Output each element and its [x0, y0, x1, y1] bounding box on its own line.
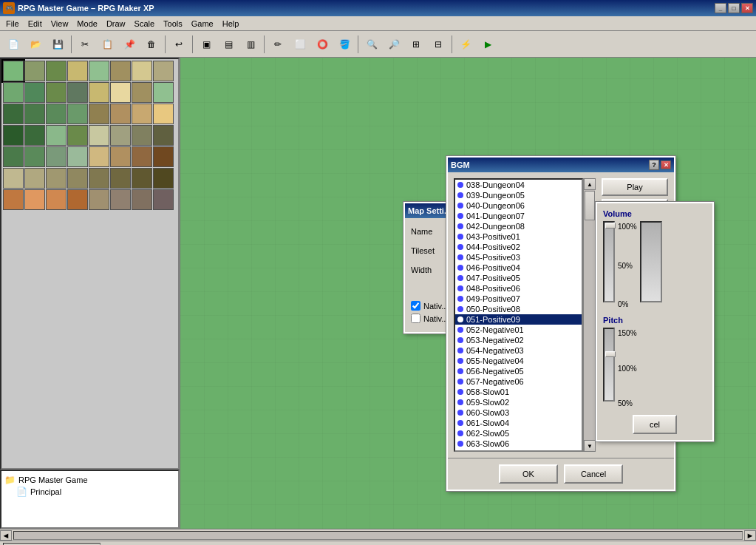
tile-cell[interactable]: [110, 61, 131, 81]
list-item[interactable]: 054-Negative03: [455, 345, 582, 356]
list-item[interactable]: 042-Dungeon08: [455, 221, 582, 231]
bgm-help-button[interactable]: ?: [649, 160, 659, 170]
pitch-slider-thumb[interactable]: [605, 351, 616, 357]
tile-cell[interactable]: [89, 125, 109, 146]
tile-cell[interactable]: [89, 82, 109, 103]
list-item[interactable]: 057-Negative06: [455, 376, 582, 387]
tile-cell[interactable]: [67, 61, 88, 81]
tile-cell[interactable]: [46, 82, 67, 103]
tile-cell[interactable]: [46, 189, 67, 210]
tile-cell[interactable]: [89, 189, 109, 210]
tile-cell[interactable]: [110, 189, 131, 210]
menu-game[interactable]: Game: [187, 18, 218, 30]
tile-cell[interactable]: [89, 104, 109, 124]
tile-cell[interactable]: [132, 61, 152, 81]
pitch-slider-track[interactable]: [603, 328, 615, 402]
rect-button[interactable]: ⬜: [290, 34, 310, 55]
bgm-listbox[interactable]: 038-Dungeon04 039-Dungeon05 040-Dungeon0…: [454, 178, 583, 452]
list-item[interactable]: 043-Positive01: [455, 231, 582, 242]
volume-slider-thumb[interactable]: [605, 223, 616, 229]
tile-cell[interactable]: [3, 82, 24, 103]
volume-slider-track[interactable]: [603, 221, 615, 302]
tile-cell[interactable]: [110, 104, 131, 124]
tile-cell[interactable]: [132, 168, 152, 189]
list-item[interactable]: 039-Dungeon05: [455, 190, 582, 200]
scroll-right-button[interactable]: ►: [744, 530, 756, 541]
tile-cell[interactable]: [153, 61, 174, 81]
list-item[interactable]: 046-Positive04: [455, 263, 582, 273]
list-item[interactable]: 060-Slow03: [455, 407, 582, 418]
list-item[interactable]: 056-Negative05: [455, 366, 582, 376]
tile-cell[interactable]: [89, 146, 109, 167]
scroll-up-button[interactable]: ▲: [584, 178, 596, 190]
scroll-thumb[interactable]: [585, 191, 595, 220]
ok-button[interactable]: OK: [499, 464, 558, 484]
tile-cell[interactable]: [67, 146, 88, 167]
list-item[interactable]: 064-Slow07: [455, 449, 582, 452]
list-item[interactable]: 063-Slow06: [455, 439, 582, 449]
scroll-track[interactable]: [584, 190, 595, 440]
event-button[interactable]: ⚡: [455, 34, 476, 55]
zoom-out-button[interactable]: 🔎: [384, 34, 404, 55]
tile-cell[interactable]: [153, 104, 174, 124]
tree-item-root[interactable]: 📁 RPG Master Game: [4, 474, 175, 486]
tile-cell[interactable]: [3, 125, 24, 146]
new-button[interactable]: 📄: [3, 34, 24, 55]
tile-cell[interactable]: [46, 146, 67, 167]
menu-scale[interactable]: Scale: [130, 18, 160, 30]
native-checkbox-2[interactable]: [411, 314, 420, 323]
close-button[interactable]: ✕: [741, 3, 753, 13]
tile-cell[interactable]: [153, 125, 174, 146]
cancel-button[interactable]: Cancel: [564, 464, 623, 484]
tile-cell[interactable]: [24, 61, 45, 81]
scroll-left-button[interactable]: ◄: [0, 530, 12, 541]
tile-cell[interactable]: [132, 146, 152, 167]
tile-cell[interactable]: [3, 189, 24, 210]
horizontal-scrollbar[interactable]: [13, 531, 743, 540]
menu-edit[interactable]: Edit: [24, 18, 47, 30]
volume-cancel-button[interactable]: cel: [633, 415, 677, 434]
zoom-in-button[interactable]: 🔍: [361, 34, 382, 55]
menu-view[interactable]: View: [47, 18, 73, 30]
list-item[interactable]: 058-Slow01: [455, 387, 582, 397]
list-item[interactable]: 059-Slow02: [455, 397, 582, 407]
menu-tools[interactable]: Tools: [159, 18, 187, 30]
save-button[interactable]: 💾: [47, 34, 68, 55]
list-item[interactable]: 055-Negative04: [455, 356, 582, 366]
tile-cell[interactable]: [132, 82, 152, 103]
tile-cell[interactable]: [132, 189, 152, 210]
list-item[interactable]: 049-Positive07: [455, 294, 582, 304]
tile-cell[interactable]: [3, 168, 24, 189]
grid-button[interactable]: ⊟: [428, 34, 449, 55]
tile-cell[interactable]: [110, 146, 131, 167]
open-button[interactable]: 📂: [25, 34, 46, 55]
cut-button[interactable]: ✂: [75, 34, 95, 55]
tile-cell[interactable]: [110, 82, 131, 103]
maximize-button[interactable]: □: [728, 3, 740, 13]
tile-cell[interactable]: [24, 168, 45, 189]
list-item[interactable]: 053-Negative02: [455, 335, 582, 345]
tile-cell[interactable]: [67, 189, 88, 210]
list-item[interactable]: 048-Positive06: [455, 283, 582, 294]
tile-cell[interactable]: [24, 189, 45, 210]
menu-file[interactable]: File: [1, 18, 24, 30]
tile-cell[interactable]: [110, 168, 131, 189]
tile-cell[interactable]: [46, 168, 67, 189]
tile-cell[interactable]: [132, 104, 152, 124]
tile-cell[interactable]: [24, 146, 45, 167]
list-item[interactable]: 062-Slow05: [455, 428, 582, 439]
play-button[interactable]: Play: [602, 178, 668, 196]
fill-button[interactable]: 🪣: [334, 34, 355, 55]
tile-cell[interactable]: [24, 125, 45, 146]
tile-cell[interactable]: [110, 125, 131, 146]
tile-cell[interactable]: [132, 125, 152, 146]
tile-cell[interactable]: [46, 61, 67, 81]
list-item[interactable]: 045-Positive03: [455, 252, 582, 263]
menu-mode[interactable]: Mode: [72, 18, 102, 30]
bgm-scrollbar[interactable]: ▲ ▼: [583, 178, 595, 452]
scroll-down-button[interactable]: ▼: [584, 440, 596, 452]
copy-button[interactable]: 📋: [97, 34, 118, 55]
tile-cell[interactable]: [67, 82, 88, 103]
layer1-button[interactable]: ▣: [196, 34, 217, 55]
tile-cell[interactable]: [89, 168, 109, 189]
